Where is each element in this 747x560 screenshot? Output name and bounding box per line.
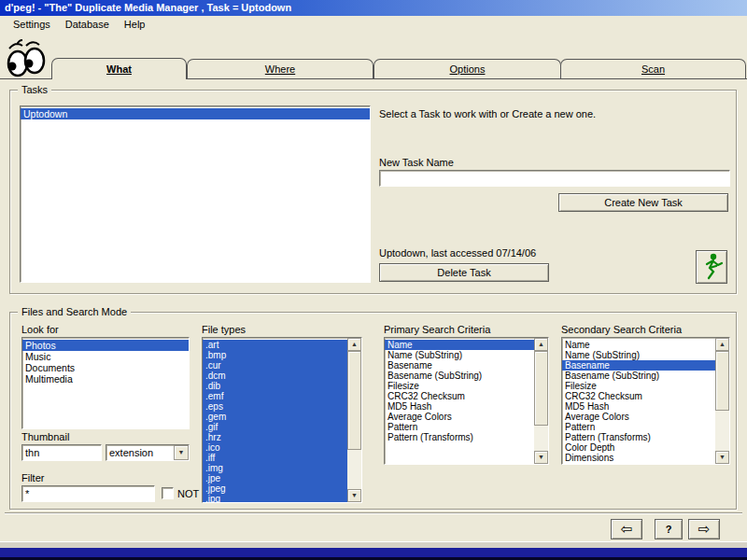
back-button[interactable]: ⇦ <box>611 519 642 539</box>
not-label: NOT <box>177 488 199 499</box>
title-bar: d'peg! - "The" Duplicate Media Manager ,… <box>0 0 747 16</box>
run-task-button[interactable] <box>696 250 727 284</box>
file-types-list[interactable]: ▲ ▼ .art.bmp.cur.dcm.dib.emf.eps.gem.gif… <box>202 337 362 503</box>
look-for-item[interactable]: Multimedia <box>22 373 189 385</box>
look-for-item[interactable]: Photos <box>22 340 189 351</box>
secondary-criteria-item[interactable]: Name (SubString) <box>562 350 716 360</box>
scroll-up-icon[interactable]: ▲ <box>715 338 729 351</box>
menu-item[interactable]: Settings <box>6 17 58 32</box>
scroll-down-icon[interactable]: ▼ <box>347 489 361 502</box>
file-type-item[interactable]: .art <box>203 340 348 350</box>
runner-icon <box>699 271 724 282</box>
secondary-criteria-item[interactable]: CRC32 Checksum <box>562 391 716 401</box>
window-title: d'peg! - "The" Duplicate Media Manager ,… <box>5 2 291 13</box>
look-for-item[interactable]: Documents <box>22 362 189 373</box>
secondary-criteria-item[interactable]: Pattern (Transforms) <box>562 432 716 442</box>
secondary-criteria-label: Secondary Search Criteria <box>561 324 682 335</box>
tasks-group: Tasks Uptodown Select a Task to work wit… <box>9 90 737 294</box>
tab-scan[interactable]: Scan <box>560 59 746 78</box>
file-type-item[interactable]: .emf <box>203 391 348 401</box>
task-list-item[interactable]: Uptodown <box>21 108 370 119</box>
file-type-item[interactable]: .gif <box>203 422 348 432</box>
help-button[interactable]: ? <box>655 519 683 539</box>
thumbnail-mode-dropdown[interactable]: extension ▼ <box>106 444 190 461</box>
secondary-criteria-item[interactable]: Filesize <box>562 381 716 391</box>
chevron-down-icon[interactable]: ▼ <box>174 445 189 460</box>
application-window: d'peg! - "The" Duplicate Media Manager ,… <box>0 0 747 560</box>
file-type-item[interactable]: .iff <box>203 453 348 463</box>
thumbnail-input[interactable] <box>21 444 102 461</box>
scroll-down-icon[interactable]: ▼ <box>715 451 729 464</box>
primary-criteria-label: Primary Search Criteria <box>384 324 490 335</box>
file-type-item[interactable]: .img <box>203 463 348 473</box>
forward-button[interactable]: ⇨ <box>688 519 720 539</box>
task-list[interactable]: Uptodown <box>20 105 371 283</box>
tasks-group-legend: Tasks <box>18 83 51 96</box>
tab-what[interactable]: What <box>51 58 187 79</box>
scroll-up-icon[interactable]: ▲ <box>347 338 361 351</box>
tab-options[interactable]: Options <box>374 59 561 78</box>
secondary-criteria-item[interactable]: Average Colors <box>562 412 716 422</box>
task-instruction: Select a Task to work with or Create a n… <box>379 108 596 119</box>
scroll-thumb[interactable] <box>534 351 548 426</box>
secondary-criteria-item[interactable]: Name <box>562 340 716 350</box>
primary-criteria-item[interactable]: Basename <box>385 360 535 371</box>
scroll-down-icon[interactable]: ▼ <box>534 451 548 464</box>
secondary-criteria-item[interactable]: Basename (SubString) <box>562 371 716 381</box>
delete-task-button[interactable]: Delete Task <box>379 263 549 282</box>
file-type-item[interactable]: .dib <box>203 381 348 391</box>
forward-arrow-icon: ⇨ <box>698 521 711 538</box>
file-type-item[interactable]: .dcm <box>203 371 348 381</box>
files-search-group: Files and Search Mode Look for PhotosMus… <box>9 312 737 510</box>
menu-item[interactable]: Help <box>117 17 153 32</box>
secondary-criteria-item[interactable]: Color Depth <box>562 442 716 453</box>
primary-criteria-item[interactable]: CRC32 Checksum <box>385 391 535 401</box>
thumbnail-mode-value: extension <box>109 446 153 459</box>
file-type-item[interactable]: .ico <box>203 442 348 453</box>
menu-bar: SettingsDatabaseHelp <box>0 16 747 33</box>
file-types-scrollbar[interactable]: ▲ ▼ <box>347 338 361 502</box>
secondary-criteria-item[interactable]: Pattern <box>562 422 716 432</box>
file-type-item[interactable]: .jpeg <box>203 483 348 494</box>
primary-criteria-item[interactable]: Pattern (Transforms) <box>385 432 535 442</box>
file-type-item[interactable]: .hrz <box>203 432 348 442</box>
secondary-criteria-scrollbar[interactable]: ▲ ▼ <box>715 338 729 464</box>
secondary-criteria-item[interactable]: MD5 Hash <box>562 401 716 412</box>
secondary-criteria-item[interactable]: Dimensions <box>562 453 716 463</box>
new-task-name-label: New Task Name <box>379 157 454 168</box>
footer-divider <box>5 512 742 514</box>
not-checkbox[interactable] <box>162 487 174 499</box>
scroll-thumb[interactable] <box>347 351 361 450</box>
thumbnail-label: Thumbnail <box>21 431 69 442</box>
new-task-name-input[interactable] <box>379 170 730 187</box>
primary-criteria-item[interactable]: Filesize <box>385 381 535 391</box>
filter-input[interactable] <box>21 485 155 502</box>
secondary-criteria-item[interactable]: Basename <box>562 360 716 371</box>
menu-item[interactable]: Database <box>58 17 117 32</box>
look-for-item[interactable]: Music <box>22 351 189 362</box>
primary-criteria-item[interactable]: Average Colors <box>385 412 535 422</box>
primary-criteria-item[interactable]: Pattern <box>385 422 535 432</box>
primary-criteria-scrollbar[interactable]: ▲ ▼ <box>534 338 548 464</box>
create-new-task-button[interactable]: Create New Task <box>558 193 728 212</box>
primary-criteria-item[interactable]: Basename (SubString) <box>385 371 535 381</box>
eyes-logo <box>4 39 50 80</box>
primary-criteria-item[interactable]: Name (SubString) <box>385 350 535 360</box>
secondary-criteria-item[interactable]: None <box>562 463 716 465</box>
file-type-item[interactable]: .eps <box>203 401 348 412</box>
file-type-item[interactable]: .jpe <box>203 473 348 483</box>
file-type-item[interactable]: .bmp <box>203 350 348 360</box>
tab-where[interactable]: Where <box>187 59 374 78</box>
look-for-list[interactable]: PhotosMusicDocumentsMultimedia <box>21 337 190 429</box>
desktop-strip <box>0 548 747 560</box>
scroll-up-icon[interactable]: ▲ <box>534 338 548 351</box>
primary-criteria-list[interactable]: ▲ ▼ NameName (SubString)BasenameBasename… <box>384 337 549 465</box>
secondary-criteria-list[interactable]: ▲ ▼ NameName (SubString)BasenameBasename… <box>561 337 730 465</box>
primary-criteria-item[interactable]: MD5 Hash <box>385 401 535 412</box>
file-type-item[interactable]: .cur <box>203 360 348 371</box>
last-accessed-text: Uptodown, last accessed 07/14/06 <box>379 247 536 259</box>
scroll-thumb[interactable] <box>715 351 729 411</box>
primary-criteria-item[interactable]: Name <box>385 340 535 350</box>
file-type-item[interactable]: .gem <box>203 412 348 422</box>
file-type-item[interactable]: .jpg <box>203 494 348 503</box>
